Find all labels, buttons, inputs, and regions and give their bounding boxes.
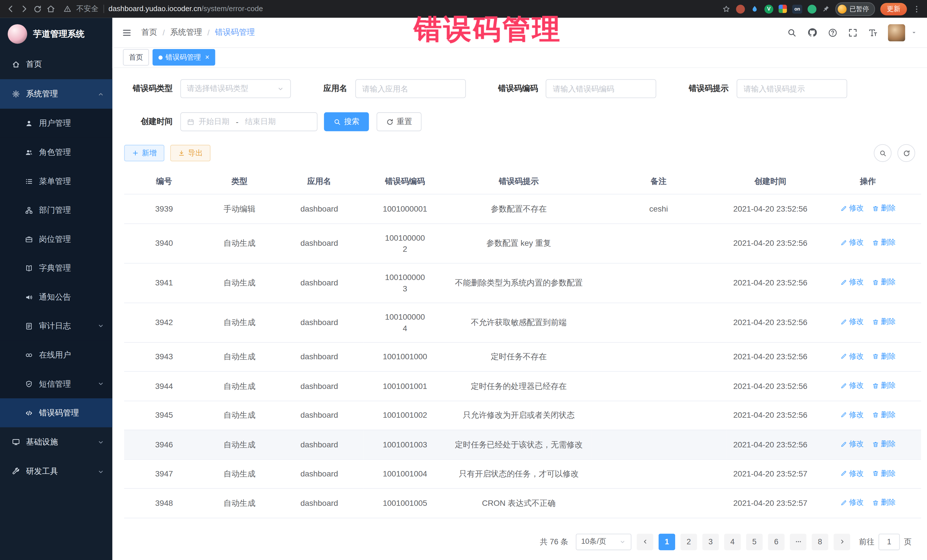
- browser-update-button[interactable]: 更新: [880, 3, 907, 15]
- extension-icon-2[interactable]: [750, 5, 759, 14]
- page-button-4[interactable]: 4: [724, 533, 741, 550]
- tab-home[interactable]: 首页: [123, 49, 149, 65]
- profile-paused-badge[interactable]: 已暂停: [836, 2, 875, 16]
- page-button-3[interactable]: 3: [702, 533, 719, 550]
- sidebar-item-department-management[interactable]: 部门管理: [0, 196, 112, 225]
- edit-link[interactable]: 修改: [840, 203, 864, 214]
- edit-link[interactable]: 修改: [840, 497, 864, 508]
- refresh-table-button[interactable]: [897, 144, 915, 162]
- error-code-input[interactable]: [546, 79, 656, 98]
- next-page-button[interactable]: [834, 533, 850, 550]
- goto-page-input[interactable]: [878, 533, 900, 550]
- page-button-1[interactable]: 1: [659, 533, 675, 550]
- sidebar-item-error-code-management[interactable]: 错误码管理: [0, 398, 112, 427]
- extension-icon-3[interactable]: V: [764, 5, 773, 14]
- filter-label: 创建时间: [124, 116, 173, 127]
- app-logo[interactable]: 芋道管理系统: [0, 18, 112, 50]
- extension-icon-6[interactable]: [807, 5, 816, 14]
- user-avatar[interactable]: [888, 24, 905, 41]
- extension-icon-1[interactable]: [736, 5, 745, 14]
- add-button[interactable]: 新增: [124, 145, 164, 161]
- breadcrumb-system[interactable]: 系统管理: [170, 27, 202, 38]
- sidebar-item-system-management[interactable]: 系统管理: [0, 79, 112, 109]
- sidebar-item-user-management[interactable]: 用户管理: [0, 109, 112, 138]
- sidebar-item-role-management[interactable]: 角色管理: [0, 138, 112, 167]
- cell-code: 1001001004: [364, 459, 447, 489]
- page-button-6[interactable]: 6: [768, 533, 784, 550]
- avatar-caret-down-icon[interactable]: [910, 29, 918, 36]
- prev-page-button[interactable]: [637, 533, 653, 550]
- browser-home-icon[interactable]: [46, 4, 56, 14]
- sidebar-item-home[interactable]: 首页: [0, 50, 112, 79]
- sidebar-item-sms-management[interactable]: 短信管理: [0, 369, 112, 398]
- toggle-search-button[interactable]: [874, 144, 891, 162]
- address-bar[interactable]: 不安全 dashboard.yudao.iocoder.cn/system/er…: [63, 4, 263, 14]
- breadcrumb-home[interactable]: 首页: [141, 27, 157, 38]
- font-size-icon[interactable]: [868, 27, 878, 37]
- home-icon: [12, 60, 20, 68]
- search-button[interactable]: 搜索: [324, 112, 369, 131]
- pagination: 共 76 条 10条/页 1 2 3 4 5 6 8 前往 页: [124, 533, 915, 550]
- page-button-8[interactable]: 8: [812, 533, 828, 550]
- more-pages-button[interactable]: [790, 533, 806, 550]
- github-icon[interactable]: [807, 27, 818, 38]
- edit-link[interactable]: 修改: [840, 351, 864, 362]
- edit-link[interactable]: 修改: [840, 409, 864, 420]
- reload-icon[interactable]: [33, 5, 42, 14]
- sidebar-item-dev-tools[interactable]: 研发工具: [0, 457, 112, 486]
- help-icon[interactable]: [828, 27, 838, 37]
- reset-button[interactable]: 重置: [377, 112, 422, 131]
- delete-link[interactable]: 删除: [872, 203, 896, 214]
- delete-link[interactable]: 删除: [872, 409, 896, 420]
- url-text: dashboard.yudao.iocoder.cn/system/error-…: [108, 5, 263, 13]
- error-type-select[interactable]: 请选择错误码类型: [180, 79, 291, 98]
- forward-icon[interactable]: [20, 4, 29, 14]
- more-dots-icon: [794, 538, 802, 545]
- edit-link[interactable]: 修改: [840, 277, 864, 288]
- extension-pin-icon[interactable]: [822, 5, 830, 13]
- bookmark-star-icon[interactable]: [722, 5, 731, 14]
- sidebar-item-infrastructure[interactable]: 基础设施: [0, 427, 112, 457]
- delete-link[interactable]: 删除: [872, 237, 896, 248]
- date-range-picker[interactable]: 开始日期 - 结束日期: [180, 112, 318, 131]
- sidebar-item-label: 审计日志: [39, 320, 71, 331]
- delete-link[interactable]: 删除: [872, 439, 896, 450]
- header-search-icon[interactable]: [787, 27, 797, 37]
- extension-icon-5[interactable]: on: [792, 5, 802, 14]
- extension-icon-4[interactable]: [779, 5, 787, 13]
- edit-link[interactable]: 修改: [840, 237, 864, 248]
- export-button[interactable]: 导出: [170, 145, 211, 161]
- page-size-select[interactable]: 10条/页: [576, 533, 632, 550]
- fullscreen-icon[interactable]: [848, 27, 858, 37]
- delete-link[interactable]: 删除: [872, 316, 896, 327]
- sidebar-item-dict-management[interactable]: 字典管理: [0, 253, 112, 282]
- sidebar-item-audit-log[interactable]: 审计日志: [0, 311, 112, 340]
- browser-menu-icon[interactable]: [912, 5, 921, 14]
- sidebar-item-online-users[interactable]: 在线用户: [0, 340, 112, 370]
- cell-type: 自动生成: [204, 459, 275, 489]
- cell-remark: ceshi: [591, 194, 726, 223]
- delete-link[interactable]: 删除: [872, 277, 896, 288]
- sidebar-item-menu-management[interactable]: 菜单管理: [0, 167, 112, 196]
- edit-link[interactable]: 修改: [840, 439, 864, 450]
- edit-link[interactable]: 修改: [840, 468, 864, 479]
- delete-link[interactable]: 删除: [872, 351, 896, 362]
- cell-time: 2021-04-20 23:52:56: [726, 372, 815, 401]
- edit-link[interactable]: 修改: [840, 380, 864, 391]
- delete-link[interactable]: 删除: [872, 380, 896, 391]
- app-name-input[interactable]: [355, 79, 466, 98]
- page-button-5[interactable]: 5: [746, 533, 763, 550]
- tab-error-code-management[interactable]: 错误码管理 ×: [153, 49, 215, 65]
- tab-close-icon[interactable]: ×: [205, 54, 209, 61]
- sidebar-item-position-management[interactable]: 岗位管理: [0, 225, 112, 254]
- delete-link[interactable]: 删除: [872, 497, 896, 508]
- cell-remark: [591, 489, 726, 518]
- page-button-2[interactable]: 2: [681, 533, 697, 550]
- error-hint-input[interactable]: [737, 79, 847, 98]
- edit-link[interactable]: 修改: [840, 316, 864, 327]
- edit-icon: [840, 353, 847, 360]
- back-icon[interactable]: [6, 4, 15, 14]
- sidebar-item-notice[interactable]: 通知公告: [0, 282, 112, 312]
- delete-link[interactable]: 删除: [872, 468, 896, 479]
- hamburger-icon[interactable]: [122, 27, 132, 37]
